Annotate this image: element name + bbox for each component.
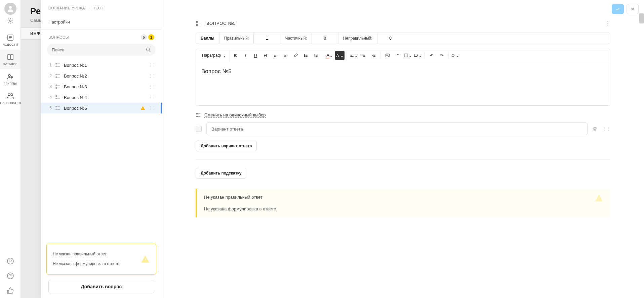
paragraph-select[interactable]: Параграф ⌄	[199, 49, 230, 62]
avatar[interactable]	[4, 3, 16, 15]
left-warning-2: Не указана формулировка в ответе	[53, 259, 140, 269]
users-icon	[6, 92, 14, 100]
svg-point-24	[304, 55, 305, 56]
right-warning-1: Не указан правильный ответ	[197, 191, 610, 203]
question-type-icon	[196, 20, 202, 27]
confirm-button[interactable]	[612, 4, 624, 14]
quote-button[interactable]: "	[393, 51, 402, 60]
svg-rect-12	[56, 66, 57, 67]
search-input-wrap[interactable]	[47, 44, 156, 56]
indent-icon	[371, 53, 376, 58]
nav-news[interactable]: НОВОСТИ	[0, 30, 21, 50]
superscript-button[interactable]: x2	[281, 51, 290, 60]
search-input[interactable]	[52, 47, 146, 52]
italic-button[interactable]: I	[241, 51, 250, 60]
warning-icon	[594, 193, 604, 203]
add-answer-button[interactable]: Добавить вариант ответа	[196, 141, 257, 151]
align-icon	[350, 53, 354, 58]
undo-button[interactable]: ↶	[427, 51, 436, 60]
link-button[interactable]	[291, 51, 300, 60]
trash-icon[interactable]	[592, 126, 598, 132]
bold-button[interactable]: B	[231, 51, 240, 60]
embed-button[interactable]: ⌄	[413, 51, 422, 60]
text-color-button[interactable]: A ⌄	[325, 51, 334, 60]
more-icon[interactable]: ⋮	[605, 20, 610, 27]
score-wrong-label: Неправильный:	[338, 33, 377, 44]
svg-point-4	[11, 76, 13, 78]
thumbs-up-icon[interactable]	[6, 287, 14, 295]
svg-rect-11	[56, 63, 57, 64]
svg-point-1	[9, 20, 11, 22]
bullet-list-button[interactable]	[301, 51, 311, 60]
score-wrong-input[interactable]	[382, 36, 399, 41]
question-number: 1	[47, 63, 52, 67]
drag-handle-icon[interactable]: ⋮⋮	[148, 84, 156, 89]
omega-button[interactable]: Ω ⌄	[451, 51, 460, 60]
table-button[interactable]: ⌄	[403, 51, 412, 60]
answer-checkbox[interactable]	[196, 126, 202, 132]
outdent-icon	[361, 53, 366, 58]
switch-type-link[interactable]: Сменить на одиночный выбор	[204, 112, 266, 118]
nav-news-label: НОВОСТИ	[3, 43, 18, 46]
svg-point-25	[304, 56, 305, 57]
embed-icon	[414, 53, 418, 58]
editor-toolbar: Параграф ⌄ B I U S x2 x2 123 A ⌄ A ⌄ ⌄	[196, 49, 610, 62]
question-item-2[interactable]: 2 Вопрос №2 ⋮⋮	[41, 70, 162, 81]
svg-point-33	[196, 113, 197, 114]
close-button[interactable]	[627, 4, 639, 14]
redo-button[interactable]: ↷	[437, 51, 446, 60]
question-item-5[interactable]: 5 Вопрос №5 ⋮⋮	[41, 103, 162, 113]
table-icon	[404, 53, 408, 58]
drag-handle-icon[interactable]: ⋮⋮	[148, 95, 156, 100]
nav-groups-label: ГРУППЫ	[4, 82, 17, 85]
scrollbar[interactable]	[639, 13, 644, 23]
add-hint-button[interactable]: Добавить подсказку	[196, 168, 246, 179]
nav-catalog[interactable]: КАТАЛОГ	[0, 50, 21, 69]
add-question-button[interactable]: Добавить вопрос	[48, 280, 154, 293]
bullet-list-icon	[304, 53, 308, 58]
settings-link[interactable]: Настройки	[41, 16, 162, 30]
nav-groups[interactable]: ГРУППЫ	[0, 69, 21, 89]
search-icon	[146, 47, 151, 52]
question-item-1[interactable]: 1 Вопрос №1 ⋮⋮	[41, 60, 162, 70]
highlight-button[interactable]: A ⌄	[335, 51, 345, 60]
svg-point-6	[11, 94, 13, 96]
questions-count-badge: 5	[141, 34, 147, 40]
strikethrough-button[interactable]: S	[261, 51, 270, 60]
numbered-list-button[interactable]: 123	[311, 51, 321, 60]
editor-modal: СОЗДАНИЕ УРОКА › ТЕСТ Настройки ВОПРОСЫ …	[41, 0, 644, 298]
subscript-button[interactable]: x2	[271, 51, 280, 60]
editor-body[interactable]: Вопрос №5	[196, 62, 610, 106]
language-icon[interactable]: Aa	[6, 257, 14, 265]
drag-handle-icon[interactable]: ⋮⋮	[148, 63, 156, 67]
answer-input[interactable]	[206, 122, 588, 135]
breadcrumb-a[interactable]: СОЗДАНИЕ УРОКА	[48, 6, 85, 10]
numbered-list-icon: 123	[314, 53, 318, 58]
question-item-4[interactable]: 4 Вопрос №4 ⋮⋮	[41, 92, 162, 103]
catalog-icon	[6, 53, 14, 61]
nav-users[interactable]: ПОЛЬЗОВАТЕЛ..	[0, 89, 21, 108]
score-correct-input[interactable]	[258, 36, 275, 41]
gear-icon[interactable]	[7, 17, 14, 24]
question-item-3[interactable]: 3 Вопрос №3 ⋮⋮	[41, 81, 162, 92]
drag-handle-icon[interactable]: ⋮⋮	[148, 73, 156, 78]
modal-right-column: ВОПРОС №5 ⋮ Баллы Правильный: Частичный:…	[162, 0, 644, 298]
breadcrumb-b[interactable]: ТЕСТ	[93, 6, 104, 10]
help-icon[interactable]	[6, 272, 14, 280]
underline-button[interactable]: U	[251, 51, 260, 60]
outdent-button[interactable]	[359, 51, 368, 60]
question-label: Вопрос №5	[64, 106, 140, 111]
question-number: 5	[47, 106, 52, 110]
switch-type-icon	[196, 112, 201, 118]
news-icon	[6, 34, 14, 42]
svg-rect-21	[196, 21, 197, 22]
question-label: Вопрос №3	[64, 84, 148, 89]
questions-header-label: ВОПРОСЫ	[48, 35, 69, 39]
drag-handle-icon[interactable]: ⋮⋮	[148, 106, 156, 110]
score-partial-input[interactable]	[317, 36, 333, 41]
left-rail: НОВОСТИ КАТАЛОГ ГРУППЫ ПОЛЬЗОВАТЕЛ.. Aa	[0, 0, 21, 298]
align-button[interactable]: ⌄	[349, 51, 358, 60]
indent-button[interactable]	[369, 51, 378, 60]
image-button[interactable]	[383, 51, 392, 60]
drag-handle-icon[interactable]: ⋮⋮	[602, 127, 610, 131]
